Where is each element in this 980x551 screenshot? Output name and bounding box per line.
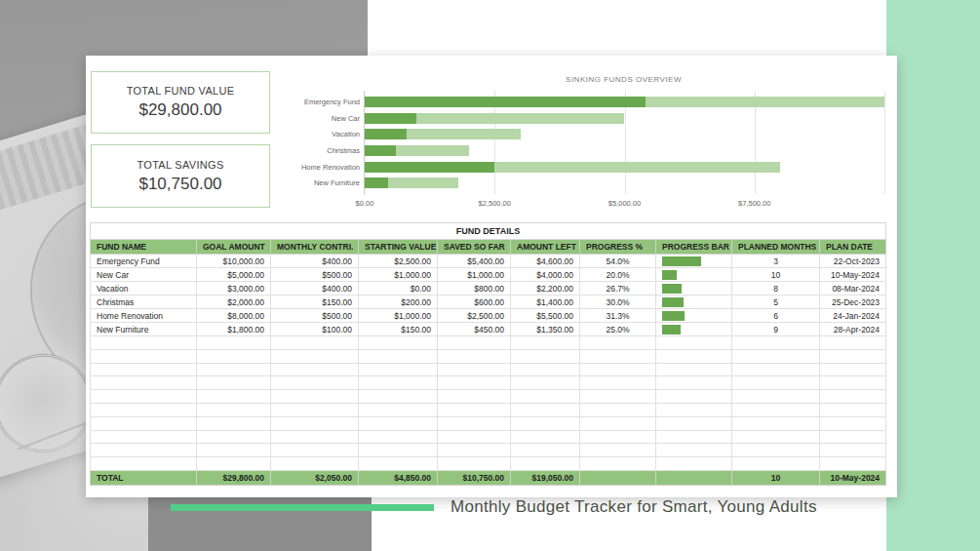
empty-cell[interactable] xyxy=(580,444,656,457)
empty-cell[interactable] xyxy=(656,403,732,416)
empty-cell[interactable] xyxy=(732,363,820,376)
empty-cell[interactable] xyxy=(511,416,580,430)
empty-cell[interactable] xyxy=(511,336,580,350)
empty-cell[interactable] xyxy=(197,349,271,363)
table-cell[interactable]: 20.0% xyxy=(580,268,656,282)
total-cell[interactable]: $2,050.00 xyxy=(271,470,359,485)
progress-bar-cell[interactable] xyxy=(656,282,732,295)
empty-cell[interactable] xyxy=(271,430,359,444)
table-cell[interactable]: Emergency Fund xyxy=(91,255,197,268)
empty-cell[interactable] xyxy=(580,349,656,363)
empty-cell[interactable] xyxy=(197,444,271,457)
empty-cell[interactable] xyxy=(91,376,197,390)
empty-cell[interactable] xyxy=(732,416,820,430)
table-cell[interactable]: 24-Jan-2024 xyxy=(820,309,886,323)
empty-cell[interactable] xyxy=(271,444,359,457)
column-header[interactable]: AMOUNT LEFT xyxy=(511,240,580,255)
empty-cell[interactable] xyxy=(91,430,197,444)
empty-cell[interactable] xyxy=(359,363,438,376)
table-cell[interactable]: $5,500.00 xyxy=(511,309,580,323)
table-cell[interactable]: 26.7% xyxy=(580,282,656,295)
empty-cell[interactable] xyxy=(359,349,438,363)
table-cell[interactable]: $4,600.00 xyxy=(511,255,580,268)
table-cell[interactable]: 25.0% xyxy=(580,323,656,336)
table-cell[interactable]: Christmas xyxy=(91,295,197,309)
empty-cell[interactable] xyxy=(732,430,820,444)
column-header[interactable]: SAVED SO FAR xyxy=(438,240,511,255)
empty-cell[interactable] xyxy=(580,416,656,430)
table-cell[interactable]: $150.00 xyxy=(271,295,359,309)
empty-cell[interactable] xyxy=(91,363,197,376)
table-cell[interactable]: $1,000.00 xyxy=(359,309,438,323)
table-cell[interactable]: $400.00 xyxy=(271,282,359,295)
empty-cell[interactable] xyxy=(580,336,656,350)
table-cell[interactable]: $150.00 xyxy=(359,323,438,336)
progress-bar-cell[interactable] xyxy=(656,255,732,268)
empty-cell[interactable] xyxy=(197,430,271,444)
table-cell[interactable]: $2,500.00 xyxy=(359,255,438,268)
empty-cell[interactable] xyxy=(91,457,197,471)
table-cell[interactable]: 6 xyxy=(732,309,820,323)
column-header[interactable]: STARTING VALUE xyxy=(359,240,438,255)
empty-cell[interactable] xyxy=(820,363,886,376)
table-cell[interactable]: $5,400.00 xyxy=(438,255,511,268)
total-cell[interactable]: $4,850.00 xyxy=(359,470,438,485)
table-cell[interactable]: 28-Apr-2024 xyxy=(820,323,886,336)
empty-cell[interactable] xyxy=(438,363,511,376)
table-cell[interactable]: $500.00 xyxy=(271,268,359,282)
empty-cell[interactable] xyxy=(359,403,438,416)
empty-cell[interactable] xyxy=(511,444,580,457)
empty-cell[interactable] xyxy=(438,376,511,390)
table-cell[interactable]: 10-May-2024 xyxy=(820,268,886,282)
empty-cell[interactable] xyxy=(197,457,271,471)
empty-cell[interactable] xyxy=(820,336,886,350)
empty-cell[interactable] xyxy=(656,457,732,471)
table-cell[interactable]: $0.00 xyxy=(359,282,438,295)
table-cell[interactable]: 9 xyxy=(732,323,820,336)
empty-cell[interactable] xyxy=(820,430,886,444)
empty-cell[interactable] xyxy=(732,444,820,457)
table-cell[interactable]: New Furniture xyxy=(91,323,197,336)
empty-cell[interactable] xyxy=(271,376,359,390)
empty-cell[interactable] xyxy=(91,336,197,350)
table-cell[interactable]: $1,000.00 xyxy=(359,268,438,282)
total-savings-box[interactable]: TOTAL SAVINGS $10,750.00 xyxy=(91,144,270,208)
table-cell[interactable]: $8,000.00 xyxy=(197,309,271,323)
empty-cell[interactable] xyxy=(91,349,197,363)
table-cell[interactable]: $100.00 xyxy=(271,323,359,336)
table-cell[interactable]: 8 xyxy=(732,282,820,295)
total-cell[interactable]: TOTAL xyxy=(91,470,197,485)
empty-cell[interactable] xyxy=(656,390,732,404)
empty-cell[interactable] xyxy=(820,416,886,430)
empty-cell[interactable] xyxy=(271,457,359,471)
empty-cell[interactable] xyxy=(511,403,580,416)
table-cell[interactable]: 25-Dec-2023 xyxy=(820,295,886,309)
empty-cell[interactable] xyxy=(197,403,271,416)
table-cell[interactable]: 22-Oct-2023 xyxy=(820,255,886,268)
table-cell[interactable]: 30.0% xyxy=(580,295,656,309)
empty-cell[interactable] xyxy=(197,390,271,404)
empty-cell[interactable] xyxy=(438,444,511,457)
empty-cell[interactable] xyxy=(820,457,886,471)
empty-cell[interactable] xyxy=(91,444,197,457)
empty-cell[interactable] xyxy=(820,390,886,404)
empty-cell[interactable] xyxy=(438,457,511,471)
empty-cell[interactable] xyxy=(197,336,271,350)
table-cell[interactable]: $400.00 xyxy=(271,255,359,268)
empty-cell[interactable] xyxy=(580,363,656,376)
table-cell[interactable]: 10 xyxy=(732,268,820,282)
empty-cell[interactable] xyxy=(580,457,656,471)
column-header[interactable]: PROGRESS % xyxy=(580,240,656,255)
empty-cell[interactable] xyxy=(511,349,580,363)
total-cell[interactable] xyxy=(656,470,732,485)
empty-cell[interactable] xyxy=(732,403,820,416)
empty-cell[interactable] xyxy=(580,376,656,390)
total-cell[interactable] xyxy=(580,470,656,485)
table-cell[interactable]: $2,200.00 xyxy=(511,282,580,295)
empty-cell[interactable] xyxy=(820,444,886,457)
empty-cell[interactable] xyxy=(511,457,580,471)
empty-cell[interactable] xyxy=(359,457,438,471)
empty-cell[interactable] xyxy=(732,376,820,390)
total-cell[interactable]: 10 xyxy=(732,470,820,485)
table-cell[interactable]: $2,000.00 xyxy=(197,295,271,309)
